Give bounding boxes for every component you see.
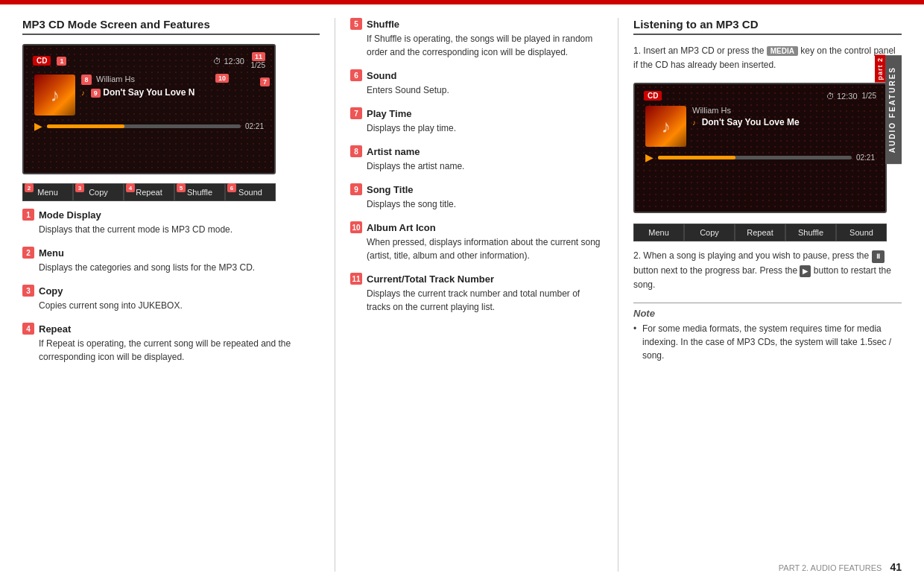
badge11-left: 11 xyxy=(252,52,265,61)
feature-title-menu: Menu xyxy=(39,247,64,259)
cd-badge-left: CD xyxy=(33,56,51,66)
feature-sound: 6 Sound Enters Sound Setup. xyxy=(350,69,603,97)
ctrl-copy[interactable]: 3Copy xyxy=(73,183,124,201)
step-2: 2. When a song is playing and you wish t… xyxy=(633,249,902,292)
mode-num-badge: 1 xyxy=(57,57,66,66)
track-title-left: ♪ 9 Don't Say You Love N xyxy=(81,86,264,99)
track-details-right: William Hs ♪ Don't Say You Love Me xyxy=(692,106,875,127)
track-details-left: 8 William Hs ♪ 9 Don't Say You Love N xyxy=(81,75,264,99)
sidebar-label: AUDIO FEATURES xyxy=(885,55,902,164)
left-section-title: MP3 CD Mode Screen and Features xyxy=(22,18,320,35)
album-art-right: ♪ xyxy=(645,106,686,147)
pause-icon: ⏸ xyxy=(872,250,885,262)
feature-title-repeat: Repeat xyxy=(39,323,71,335)
play-icon-inline: ▶ xyxy=(800,265,811,277)
feature-track-number: 11 Current/Total Track Number Displays t… xyxy=(350,273,603,314)
badge7-left: 7 xyxy=(260,77,270,86)
badge10-left: 10 xyxy=(215,74,229,83)
artist-name-left: 8 William Hs xyxy=(81,75,264,85)
track-title-right: ♪ Don't Say You Love Me xyxy=(692,116,875,127)
media-badge: MEDIA xyxy=(767,46,798,56)
step-1-num: 1. xyxy=(633,45,643,56)
progress-bar-right xyxy=(658,156,852,159)
step-1: 1. Insert an MP3 CD or press the MEDIA k… xyxy=(633,44,902,72)
feature-copy: 3 Copy Copies current song into JUKEBOX. xyxy=(22,285,320,312)
feature-repeat: 4 Repeat If Repeat is operating, the cur… xyxy=(22,323,320,364)
ctrl-right-shuffle[interactable]: Shuffle xyxy=(785,224,836,241)
feature-album-art: 10 Album Art Icon When pressed, displays… xyxy=(350,221,603,262)
note-title: Note xyxy=(633,308,902,319)
player-time-right: ⏱ 12:30 xyxy=(826,92,858,101)
cd-badge-right: CD xyxy=(644,91,662,101)
note-text: For some media formats, the system requi… xyxy=(633,322,902,362)
feature-play-time: 7 Play Time Displays the play time. xyxy=(350,107,603,135)
music-note-title-icon: ♪ xyxy=(81,89,85,97)
feature-desc-text: Displays that the current mode is MP3 CD… xyxy=(22,223,320,236)
mid-column: 5 Shuffle If Shuffle is operating, the s… xyxy=(335,18,618,572)
elapsed-time-right: 02:21 xyxy=(856,154,875,162)
music-note-icon-right: ♪ xyxy=(662,116,671,137)
feature-title-copy: Copy xyxy=(39,285,63,297)
player-screen-right: CD ⏱ 12:30 1/25 ♪ William xyxy=(633,83,887,213)
ctrl-right-repeat[interactable]: Repeat xyxy=(735,224,785,241)
music-note-icon: ♪ xyxy=(51,85,60,106)
ctrl-right-sound[interactable]: Sound xyxy=(836,224,887,241)
player-screen-left: CD 1 ⏱ 12:30 11 1/25 xyxy=(22,44,276,174)
clock-icon: ⏱ xyxy=(213,57,221,66)
step-2-text2: button next to the progress bar. Press t… xyxy=(633,265,800,276)
badge9-left: 9 xyxy=(91,89,101,98)
ctrl-right-copy[interactable]: Copy xyxy=(684,224,735,241)
feature-menu: 2 Menu Displays the categories and song … xyxy=(22,247,320,274)
badge8-left: 8 xyxy=(81,75,92,85)
clock-icon-right: ⏱ xyxy=(826,92,835,101)
step-2-text1: When a song is playing and you wish to p… xyxy=(643,250,871,261)
ctrl-sound[interactable]: 6Sound xyxy=(225,183,276,201)
ctrl-shuffle[interactable]: 5Shuffle xyxy=(174,183,225,201)
page-footer: PART 2. AUDIO FEATURES 41 xyxy=(779,561,902,573)
page-number: 41 xyxy=(890,561,902,573)
artist-name-right: William Hs xyxy=(692,106,875,115)
play-icon-left: ▶ xyxy=(34,120,42,132)
ctrl-repeat[interactable]: 4Repeat xyxy=(124,183,174,201)
right-section-title: Listening to an MP3 CD xyxy=(633,18,902,35)
feature-artist-name: 8 Artist name Displays the artist name. xyxy=(350,145,603,173)
ctrl-right-menu[interactable]: Menu xyxy=(633,224,684,241)
left-column: MP3 CD Mode Screen and Features CD 1 ⏱ 1… xyxy=(22,18,335,572)
feature-song-title: 9 Song Title Displays the song title. xyxy=(350,183,603,211)
play-icon-right: ▶ xyxy=(645,151,654,163)
feature-title-text: Mode Display xyxy=(39,209,101,221)
player-controls-left: 2Menu 3Copy 4Repeat 5Shuffle 6Sound xyxy=(22,183,276,201)
track-count-right: 1/25 xyxy=(862,92,876,100)
elapsed-time-left: 02:21 xyxy=(245,122,264,130)
ctrl-menu[interactable]: 2Menu xyxy=(22,183,73,201)
right-column: Listening to an MP3 CD 1. Insert an MP3 … xyxy=(618,18,902,572)
feature-shuffle: 5 Shuffle If Shuffle is operating, the s… xyxy=(350,18,603,59)
part2-badge: part 2 xyxy=(875,55,885,83)
album-art-left: ♪ xyxy=(34,75,75,116)
track-count-left: 1/25 xyxy=(251,61,265,69)
feature-mode-display: 1 Mode Display Displays that the current… xyxy=(22,209,320,236)
progress-bar-left xyxy=(47,124,241,128)
footer-text: PART 2. AUDIO FEATURES xyxy=(779,563,882,572)
note-section: Note For some media formats, the system … xyxy=(633,303,902,362)
player-time-left: ⏱ 12:30 xyxy=(213,57,244,66)
player-controls-right: Menu Copy Repeat Shuffle Sound xyxy=(633,224,887,241)
step-2-num: 2. xyxy=(633,250,643,261)
